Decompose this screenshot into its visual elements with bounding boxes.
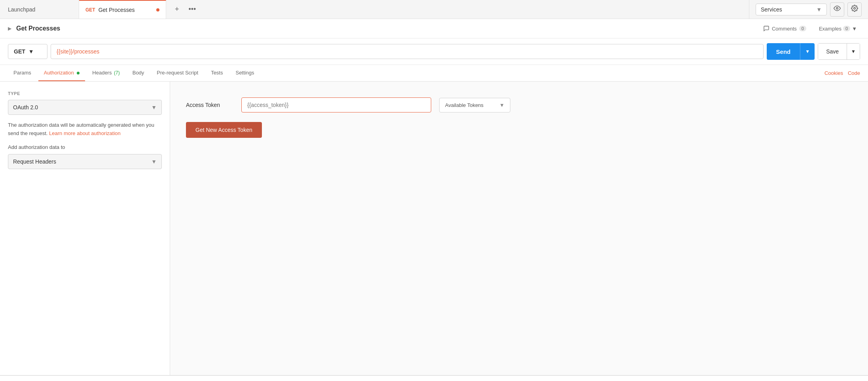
- available-tokens-label: Available Tokens: [445, 102, 483, 108]
- chevron-down-icon: ▼: [151, 104, 157, 110]
- left-panel: TYPE OAuth 2.0 ▼ The authorization data …: [0, 82, 170, 375]
- unsaved-dot: [156, 8, 159, 11]
- comments-button[interactable]: Comments 0: [760, 24, 809, 33]
- launchpad-label: Launchpad: [8, 6, 35, 13]
- active-tab[interactable]: GET Get Processes: [79, 0, 166, 19]
- available-tokens-dropdown[interactable]: Available Tokens ▼: [439, 98, 510, 112]
- add-auth-label: Add authorization data to: [8, 144, 162, 150]
- access-token-label: Access Token: [186, 102, 233, 108]
- tab-request-name: Get Processes: [99, 7, 135, 13]
- request-title: Get Processes: [16, 25, 60, 32]
- chevron-down-icon: ▼: [852, 26, 857, 32]
- tab-pre-request[interactable]: Pre-request Script: [151, 65, 204, 81]
- send-dropdown-button[interactable]: ▼: [800, 43, 815, 60]
- chevron-down-icon: ▼: [151, 158, 157, 165]
- settings-button[interactable]: [847, 2, 862, 17]
- sub-tabs-bar: Params Authorization Headers (7) Body Pr…: [0, 65, 868, 82]
- top-right-area: Services ▼: [749, 0, 868, 19]
- collapse-arrow-icon[interactable]: ▶: [8, 26, 11, 31]
- headers-count: (7): [114, 70, 120, 76]
- right-panel: Access Token Available Tokens ▼ Get New …: [170, 82, 868, 375]
- examples-count: 0: [843, 26, 850, 31]
- tab-headers[interactable]: Headers (7): [87, 65, 125, 81]
- access-token-input[interactable]: [241, 97, 431, 112]
- type-value: OAuth 2.0: [13, 104, 38, 110]
- main-content: TYPE OAuth 2.0 ▼ The authorization data …: [0, 82, 868, 375]
- add-auth-value: Request Headers: [13, 158, 56, 165]
- gear-icon: [851, 5, 858, 14]
- save-button-group: Save ▼: [818, 43, 860, 60]
- code-button[interactable]: Code: [848, 70, 860, 76]
- learn-more-link[interactable]: Learn more about authorization: [49, 130, 121, 136]
- chevron-down-icon: ▼: [499, 102, 504, 108]
- svg-point-1: [854, 8, 856, 10]
- get-new-access-token-button[interactable]: Get New Access Token: [186, 122, 262, 138]
- save-button[interactable]: Save: [818, 43, 847, 60]
- sub-tabs-right: Cookies Code: [824, 70, 860, 76]
- send-button[interactable]: Send: [767, 43, 800, 60]
- svg-point-0: [836, 8, 838, 10]
- tab-authorization[interactable]: Authorization: [38, 65, 85, 81]
- comments-label: Comments: [772, 26, 797, 32]
- url-input[interactable]: [51, 44, 764, 59]
- eye-button[interactable]: [830, 2, 844, 17]
- launchpad-tab[interactable]: Launchpad: [0, 0, 79, 19]
- type-dropdown[interactable]: OAuth 2.0 ▼: [8, 100, 162, 115]
- tab-tests[interactable]: Tests: [205, 65, 228, 81]
- access-token-row: Access Token Available Tokens ▼: [186, 97, 852, 112]
- cookies-button[interactable]: Cookies: [824, 70, 843, 76]
- tab-body[interactable]: Body: [127, 65, 150, 81]
- examples-button[interactable]: Examples 0 ▼: [816, 24, 860, 33]
- chevron-down-icon: ▼: [28, 48, 34, 55]
- auth-description: The authorization data will be automatic…: [8, 121, 162, 138]
- tab-actions: + •••: [166, 4, 205, 15]
- save-dropdown-button[interactable]: ▼: [847, 43, 860, 60]
- response-section: Response: [0, 375, 868, 381]
- method-label: GET: [14, 48, 25, 55]
- comment-icon: [763, 25, 769, 32]
- title-right-actions: Comments 0 Examples 0 ▼: [760, 24, 860, 33]
- services-label: Services: [761, 6, 782, 13]
- method-badge: GET: [85, 7, 95, 13]
- method-dropdown[interactable]: GET ▼: [8, 44, 47, 59]
- more-tabs-button[interactable]: •••: [186, 4, 199, 15]
- chevron-down-icon: ▼: [816, 6, 822, 13]
- tab-params[interactable]: Params: [8, 65, 37, 81]
- comments-count: 0: [799, 26, 806, 31]
- type-label: TYPE: [8, 91, 162, 96]
- auth-active-dot: [77, 72, 80, 74]
- services-dropdown[interactable]: Services ▼: [756, 4, 827, 15]
- add-tab-button[interactable]: +: [172, 4, 182, 15]
- eye-icon: [834, 5, 841, 14]
- tab-settings[interactable]: Settings: [230, 65, 260, 81]
- url-bar: GET ▼ Send ▼ Save ▼: [0, 38, 868, 65]
- examples-label: Examples: [819, 26, 841, 32]
- request-title-bar: ▶ Get Processes Comments 0 Examples 0 ▼: [0, 19, 868, 38]
- send-button-group: Send ▼: [767, 43, 815, 60]
- add-auth-dropdown[interactable]: Request Headers ▼: [8, 154, 162, 169]
